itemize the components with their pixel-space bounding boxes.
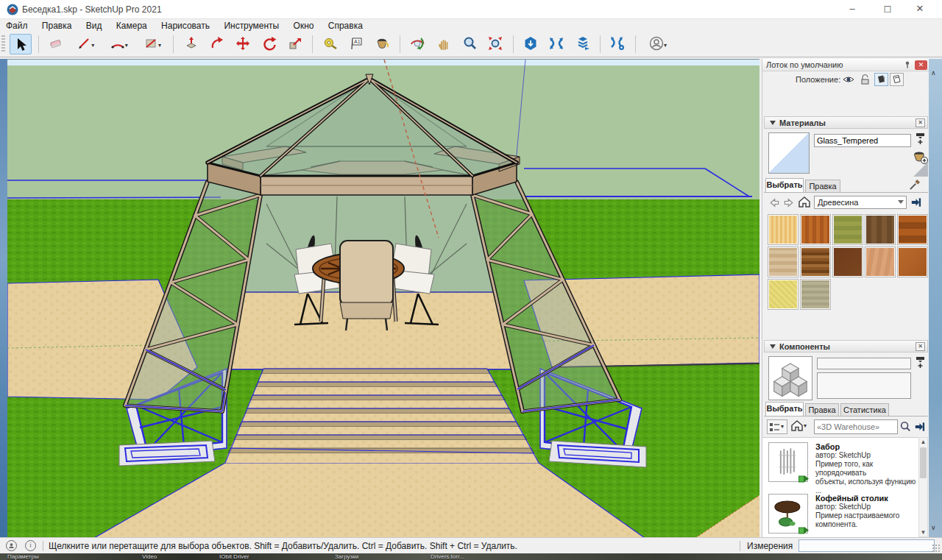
materials-collection-select[interactable]: Древесина <box>814 196 907 209</box>
material-swatch-2[interactable] <box>801 215 830 244</box>
dock-option-button-2[interactable] <box>890 73 904 86</box>
text-tool-button[interactable]: A1 <box>345 34 367 54</box>
arc-tool-button[interactable]: ▾ <box>105 34 134 54</box>
material-name-input[interactable] <box>814 134 911 147</box>
help-icon[interactable]: i <box>25 540 36 551</box>
close-button[interactable]: ✕ <box>904 0 936 19</box>
tray-scroll-down-icon[interactable]: ∨ <box>931 524 936 531</box>
visibility-eye-icon[interactable] <box>842 74 855 85</box>
component-title[interactable]: Забор <box>815 442 918 451</box>
materials-section-header[interactable]: Материалы ✕ <box>764 116 928 129</box>
material-swatch-9[interactable] <box>865 247 895 277</box>
material-swatch-11[interactable] <box>768 280 798 309</box>
tray-close-icon[interactable]: ✕ <box>915 60 927 70</box>
resize-grip[interactable] <box>932 544 941 553</box>
tray-scroll-strip[interactable]: ∧ ∨ <box>929 59 942 537</box>
collapse-triangle-icon[interactable] <box>770 344 776 349</box>
list-item[interactable]: Кофейный столик автор: SketchUp Пример н… <box>762 489 918 537</box>
components-tab-statistics[interactable]: Статистика <box>840 403 889 416</box>
menu-file[interactable]: Файл <box>0 19 34 32</box>
menu-camera[interactable]: Камера <box>110 19 153 32</box>
material-swatch-7[interactable] <box>801 247 830 277</box>
follow-me-tool-button[interactable] <box>206 34 228 54</box>
menu-tools[interactable]: Инструменты <box>218 19 285 32</box>
rotate-tool-button[interactable] <box>258 34 280 54</box>
material-swatch-12[interactable] <box>801 280 830 309</box>
minimize-button[interactable]: – <box>836 0 868 19</box>
material-swatch-8[interactable] <box>833 247 863 277</box>
materials-tab-select[interactable]: Выбрать <box>765 178 804 192</box>
move-tool-button[interactable] <box>232 34 254 54</box>
sample-paint-eyedropper-icon[interactable] <box>908 179 921 191</box>
material-swatch-4[interactable] <box>865 215 895 244</box>
orbit-tool-button[interactable] <box>406 34 428 54</box>
pan-tool-button[interactable] <box>433 34 455 54</box>
pin-icon[interactable] <box>903 60 912 69</box>
3d-warehouse-get-models-button[interactable] <box>520 34 542 54</box>
component-title[interactable]: Кофейный столик <box>815 494 899 503</box>
zoom-tool-button[interactable] <box>458 34 481 54</box>
viewport[interactable] <box>7 59 759 537</box>
tray-header[interactable]: Лоток по умолчанию ✕ <box>762 59 929 71</box>
material-swatch-6[interactable] <box>768 247 798 277</box>
extension-warehouse-button[interactable] <box>606 34 628 54</box>
secondary-pane-icon[interactable] <box>915 356 927 369</box>
zoom-extents-tool-button[interactable] <box>484 34 506 54</box>
forward-arrow-icon[interactable] <box>783 197 795 208</box>
components-tab-select[interactable]: Выбрать <box>765 402 804 416</box>
home-icon[interactable] <box>798 196 811 208</box>
material-swatch-5[interactable] <box>898 215 927 244</box>
material-swatch-1[interactable] <box>768 215 798 244</box>
dock-option-button-1[interactable] <box>874 73 888 86</box>
menu-edit[interactable]: Правка <box>36 19 78 32</box>
scrollbar-thumb[interactable] <box>920 447 927 478</box>
rectangle-dropdown-caret[interactable]: ▾ <box>158 42 161 49</box>
components-close-icon[interactable]: ✕ <box>916 342 925 351</box>
viewport-canvas[interactable] <box>7 60 759 538</box>
components-tab-edit[interactable]: Правка <box>805 403 839 416</box>
unlock-icon[interactable] <box>858 74 871 85</box>
tray-scroll-up-icon[interactable]: ∧ <box>931 69 936 77</box>
push-pull-tool-button[interactable] <box>180 34 202 54</box>
eraser-tool-button[interactable] <box>45 34 67 54</box>
components-section-header[interactable]: Компоненты ✕ <box>764 340 928 352</box>
secondary-pane-icon[interactable] <box>915 132 927 146</box>
menu-help[interactable]: Справка <box>322 19 369 32</box>
line-tool-button[interactable]: ▾ <box>71 34 100 54</box>
warehouse-search-input[interactable] <box>814 419 898 434</box>
preview-resize-corner[interactable] <box>913 162 928 177</box>
components-detail-arrow-icon[interactable] <box>913 420 926 433</box>
scale-tool-button[interactable] <box>284 34 306 54</box>
material-preview-swatch[interactable] <box>768 132 810 174</box>
menu-window[interactable]: Окно <box>288 19 320 32</box>
menu-view[interactable]: Вид <box>80 19 108 32</box>
component-list[interactable]: Забор автор: SketchUp Пример того, как у… <box>762 437 918 537</box>
list-item[interactable]: Забор автор: SketchUp Пример того, как у… <box>762 438 918 488</box>
component-list-scrollbar[interactable]: ▲ ▼ <box>918 437 928 537</box>
toolbar-grip[interactable] <box>1 35 5 53</box>
scroll-down-icon[interactable]: ▼ <box>919 529 927 536</box>
view-options-button[interactable]: ▾ <box>767 419 787 434</box>
materials-detail-arrow-icon[interactable] <box>910 196 922 209</box>
material-swatch-10[interactable] <box>898 247 927 277</box>
account-dropdown-caret[interactable]: ▾ <box>664 42 667 49</box>
menu-draw[interactable]: Нарисовать <box>155 19 216 32</box>
scroll-up-icon[interactable]: ▲ <box>919 439 927 445</box>
component-name-input[interactable] <box>817 358 911 369</box>
component-thumbnail[interactable] <box>768 494 808 534</box>
tape-measure-tool-button[interactable] <box>319 34 341 54</box>
material-swatch-3[interactable] <box>833 215 863 244</box>
materials-tab-edit[interactable]: Правка <box>805 180 840 192</box>
component-description-box[interactable] <box>817 372 911 399</box>
components-home-button[interactable]: ▾ <box>790 419 812 434</box>
trimble-connect-button[interactable] <box>545 34 567 54</box>
measurements-input[interactable] <box>798 539 935 552</box>
geolocation-icon[interactable] <box>6 540 17 551</box>
paint-bucket-tool-button[interactable] <box>372 34 394 54</box>
component-thumbnail[interactable] <box>768 442 808 482</box>
share-component-button[interactable] <box>572 34 594 54</box>
collapse-triangle-icon[interactable] <box>770 121 776 125</box>
search-icon[interactable] <box>899 421 911 433</box>
arc-dropdown-caret[interactable]: ▾ <box>125 42 128 49</box>
component-preview[interactable] <box>768 356 812 400</box>
